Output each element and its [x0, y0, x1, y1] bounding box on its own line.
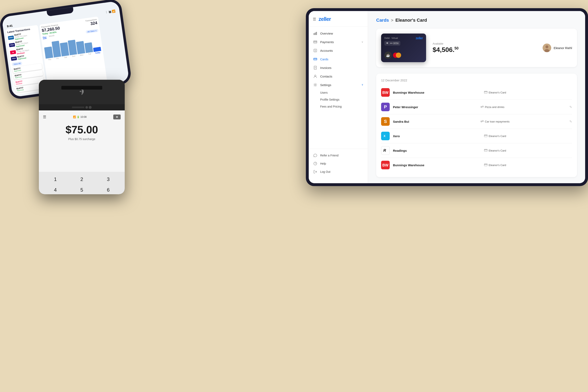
card-number-row: 👁 ••• 0056	[384, 41, 400, 46]
visa-badge2: VISA	[11, 56, 17, 61]
svg-point-0	[80, 91, 81, 92]
merchant-name: Readings	[393, 149, 481, 152]
breadcrumb-separator: >	[391, 18, 393, 23]
card-description: Eleanor's Card	[489, 149, 506, 152]
pos-terminal: ☰ 📶 🔋 10:08 M $75.00 Plus $0.75 surcharg…	[39, 80, 125, 194]
keypad-4[interactable]: 4	[43, 186, 68, 194]
view-all-button[interactable]: View All	[12, 61, 22, 66]
day-tab[interactable]: Day	[42, 36, 47, 39]
sidebar-header: ☰ zeller	[309, 16, 368, 26]
svg-rect-3	[316, 32, 317, 35]
card-description: Pizza and drinks	[485, 106, 504, 108]
sidebar-item-logout[interactable]: Log Out	[309, 168, 368, 176]
svg-rect-24	[484, 92, 487, 92]
sidebar: ☰ zeller Overview	[309, 11, 368, 183]
sidebar-item-payments[interactable]: Payments ∨	[309, 38, 368, 46]
table-row: BW Bunnings Warehouse Eleanor's Card	[381, 158, 572, 172]
sidebar-item-cards[interactable]: Cards	[309, 55, 368, 64]
breadcrumb: Cards > Eleanor's Card	[376, 18, 577, 23]
card-info: Eleanor's Card	[484, 134, 572, 138]
card-info: Pizza and drinks	[481, 105, 565, 108]
terminal-controls	[39, 104, 125, 110]
card-info: Eleanor's Card	[484, 149, 572, 152]
merchant-logo: P	[381, 103, 390, 111]
merchant-name: Bunnings Warehouse	[393, 91, 481, 94]
amex-badge: AMEX	[8, 36, 14, 40]
sidebar-nav: Overview Payments ∨	[309, 26, 368, 149]
sidebar-item-fees-pricing[interactable]: Fees and Pricing	[320, 103, 368, 110]
svg-rect-30	[484, 149, 487, 152]
breadcrumb-cards[interactable]: Cards	[376, 18, 389, 23]
accounts-icon: $	[313, 48, 317, 52]
sidebar-item-users[interactable]: Users	[320, 89, 368, 96]
sidebar-item-overview[interactable]: Overview	[309, 29, 368, 38]
settings-submenu: Users Profile Settings Fees and Pricing	[309, 89, 368, 110]
table-row: P Peter Wressinger Pizza and drinks ✎	[381, 100, 572, 114]
card-icon	[484, 134, 487, 138]
avatar	[543, 44, 551, 52]
transfer-icon	[481, 120, 484, 123]
transfer-icon	[481, 105, 484, 108]
keypad-5[interactable]: 5	[69, 186, 94, 194]
eye-icon[interactable]: 👁	[386, 42, 389, 45]
svg-rect-35	[484, 164, 487, 164]
sidebar-item-accounts[interactable]: $ Accounts	[309, 46, 368, 55]
merchant-logo: R	[381, 146, 390, 155]
merchant-logo: X	[381, 132, 390, 140]
merchant-logo: S	[381, 117, 390, 126]
cards-icon	[313, 57, 317, 61]
card-owner-name: Eleanor Riehl	[554, 46, 572, 50]
terminal-amount-display: $75.00	[43, 124, 121, 136]
card-info: Eleanor's Card	[484, 91, 572, 94]
card-description: Eleanor's Card	[489, 91, 506, 94]
card-description: Eleanor's Card	[489, 164, 506, 167]
sidebar-item-label: Help	[320, 162, 326, 165]
keypad-3[interactable]: 3	[96, 175, 121, 184]
keypad-2[interactable]: 2	[69, 175, 94, 184]
keypad-6[interactable]: 6	[96, 186, 121, 194]
merchant-logo: BW	[381, 88, 390, 97]
tablet-screen: ☰ zeller Overview	[309, 11, 585, 183]
keypad-1[interactable]: 1	[43, 175, 68, 184]
edit-icon[interactable]: ✎	[570, 120, 572, 124]
card-widget: Debit · Virtual zeller 👁 ••• 0056 ☕	[376, 29, 577, 67]
transactions-section: 12 December 2022 BW Bunnings Warehouse	[376, 74, 577, 177]
sidebar-item-label: Invoices	[320, 66, 363, 70]
bar-chart-icon	[313, 31, 317, 36]
terminal-keypad: 1 2 3 4 5 6	[39, 172, 125, 194]
sidebar-item-label: Accounts	[320, 49, 363, 52]
phone-time: 9:41	[7, 24, 13, 28]
merchant-name: Peter Wressinger	[393, 105, 477, 109]
sidebar-item-profile-settings[interactable]: Profile Settings	[320, 96, 368, 103]
svg-text:$: $	[315, 50, 316, 52]
terminal-printer	[61, 86, 102, 90]
sidebar-item-settings[interactable]: Settings ∧	[309, 80, 368, 89]
merchant-logo: BW	[381, 161, 390, 169]
mc-badge: ●	[10, 50, 16, 54]
settings-icon	[313, 83, 317, 87]
merchant-name: Bunnings Warehouse	[393, 164, 481, 167]
all-sites-button[interactable]: All Sites ∨	[85, 29, 98, 34]
breadcrumb-current-page: Eleanor's Card	[395, 18, 427, 23]
sidebar-item-refer[interactable]: Refer a Friend	[309, 151, 368, 160]
terminal-merchant-badge: M	[113, 114, 121, 120]
chevron-up-icon: ∧	[361, 84, 363, 86]
sidebar-item-invoices[interactable]: Invoices	[309, 64, 368, 72]
sidebar-item-help[interactable]: ? Help	[309, 160, 368, 168]
contacts-icon	[313, 74, 317, 78]
terminal-status-icons: 📶 🔋 10:08	[73, 116, 87, 118]
month-tab[interactable]: Month	[49, 34, 55, 39]
cafe-logo: ☕	[384, 52, 392, 59]
hamburger-icon[interactable]: ☰	[313, 17, 316, 22]
edit-icon[interactable]: ✎	[570, 105, 572, 109]
table-row: BW Bunnings Warehouse Eleanor's Card	[381, 85, 572, 100]
svg-rect-27	[484, 135, 487, 137]
card-bank-logo: zeller	[416, 36, 423, 40]
sidebar-item-contacts[interactable]: Contacts	[309, 72, 368, 80]
merchant-name: Sandra Bui	[393, 120, 477, 123]
svg-rect-28	[484, 135, 487, 136]
visa-badge: VISA	[9, 43, 15, 47]
card-info: Car loan repayments	[481, 120, 565, 123]
card-icon	[484, 91, 487, 94]
terminal-surcharge-text: Plus $0.75 surcharge	[43, 138, 121, 141]
